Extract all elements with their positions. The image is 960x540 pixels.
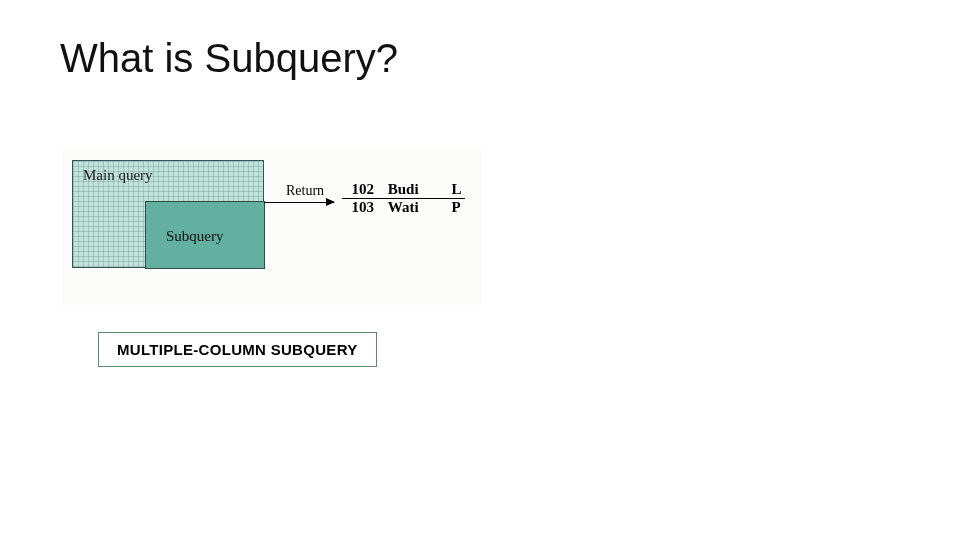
cell-id: 102: [342, 182, 374, 197]
cell-code: P: [446, 200, 470, 215]
main-query-box: Main query Subquery: [72, 160, 264, 268]
subquery-type-badge: MULTIPLE-COLUMN SUBQUERY: [98, 332, 377, 367]
sub-query-box: Subquery: [145, 201, 265, 269]
return-arrow: Return: [264, 202, 334, 203]
page-title: What is Subquery?: [60, 36, 398, 81]
cell-code: L: [446, 182, 470, 197]
result-table: 102 Budi L 103 Wati P: [342, 182, 470, 215]
table-row: 103 Wati P: [342, 200, 470, 215]
return-label: Return: [286, 183, 324, 199]
sub-query-label: Subquery: [166, 228, 224, 245]
subquery-diagram: Main query Subquery Return 102 Budi L 10…: [62, 148, 482, 306]
cell-name: Budi: [378, 182, 442, 197]
slide: What is Subquery? Main query Subquery Re…: [0, 0, 960, 540]
main-query-label: Main query: [83, 167, 153, 184]
cell-name: Wati: [378, 200, 442, 215]
table-row: 102 Budi L: [342, 182, 470, 197]
cell-id: 103: [342, 200, 374, 215]
